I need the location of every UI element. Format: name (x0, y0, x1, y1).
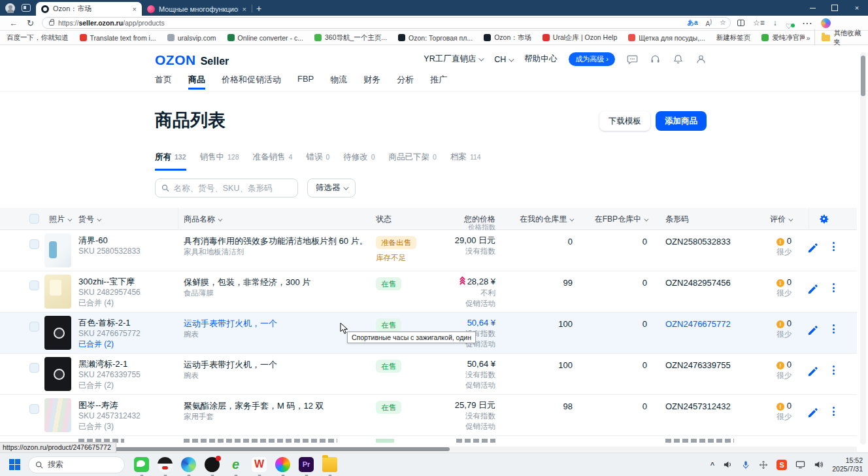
product-name[interactable]: 运动手表带打火机，一个 (184, 359, 277, 370)
minimize-button[interactable] (801, 0, 824, 16)
taskbar-edge-icon[interactable] (181, 457, 196, 472)
tab-actions-icon[interactable] (22, 4, 31, 12)
product-image[interactable] (44, 398, 71, 432)
product-image[interactable] (44, 233, 71, 267)
account-icon[interactable] (695, 54, 707, 65)
copilot-icon[interactable] (821, 18, 831, 28)
premium-badge[interactable]: 成为高级 › (569, 52, 615, 66)
downloads-icon[interactable]: ↓ (773, 18, 777, 27)
taskbar-music-icon[interactable] (205, 457, 220, 472)
filter-tab[interactable]: 销售中128 (200, 152, 239, 171)
favorites-hub-icon[interactable]: ☆≡ (753, 18, 765, 27)
filter-tab[interactable]: 商品已下架0 (389, 152, 437, 171)
article-number[interactable]: 百色-首标-2-1 (78, 318, 141, 328)
taskbar-wechat-icon[interactable] (134, 457, 149, 472)
volume-icon[interactable] (723, 460, 733, 469)
edit-button[interactable] (807, 408, 818, 418)
select-all-checkbox[interactable] (29, 214, 39, 224)
nav-item-2[interactable]: 商品 (188, 74, 205, 90)
merged-link[interactable]: 已合并 (2) (78, 380, 141, 390)
nav-item-3[interactable]: 价格和促销活动 (222, 74, 281, 90)
product-search[interactable] (155, 178, 298, 197)
row-menu-button[interactable] (833, 407, 835, 416)
tray-expand-icon[interactable]: ^ (710, 461, 714, 469)
product-image[interactable] (44, 357, 71, 391)
product-image[interactable] (44, 316, 71, 350)
row-menu-button[interactable] (833, 324, 835, 333)
favorite-star-icon[interactable]: ☆ (720, 18, 726, 27)
row-checkbox[interactable] (29, 404, 39, 414)
input-method-icon[interactable] (759, 460, 768, 469)
nav-item-1[interactable]: 首页 (155, 74, 172, 90)
bookmark-item[interactable]: 百度一下，你就知道 (7, 33, 69, 42)
filters-button[interactable]: 筛选器 (307, 178, 356, 197)
nav-item-5[interactable]: 物流 (330, 74, 347, 90)
taskbar-explorer-icon[interactable] (322, 457, 337, 472)
col-name[interactable]: 商品名称 (184, 214, 221, 225)
taskbar-premiere-icon[interactable]: Pr (299, 457, 314, 472)
support-headset-icon[interactable] (650, 54, 661, 65)
bookmark-item[interactable]: 360导航_一个主页... (314, 33, 387, 42)
nav-item-4[interactable]: FBP (297, 74, 314, 90)
taskbar-search[interactable]: 搜索 (28, 456, 125, 473)
microphone-icon[interactable] (741, 460, 750, 469)
close-button[interactable]: × (846, 0, 868, 16)
product-name[interactable]: 保鲜膜，包装，非常经济，300 片 (184, 277, 310, 288)
store-selector[interactable]: YR工厂直销店 (424, 54, 482, 65)
col-fbp-warehouse[interactable]: 在FBP仓库中 (595, 214, 647, 225)
other-bookmarks[interactable]: 其他收藏夹 (814, 29, 868, 47)
filter-tab[interactable]: 错误0 (306, 152, 329, 171)
browser-tab-active[interactable]: Ozon：市场 × (36, 2, 142, 16)
browser-essentials-icon[interactable] (786, 20, 793, 27)
article-number[interactable]: 图岑--寿涛 (78, 400, 141, 411)
display-icon[interactable] (795, 460, 805, 469)
bookmark-item[interactable]: Ozon: Торговая пл... (398, 34, 473, 42)
barcode-value[interactable]: OZN2476675772 (665, 319, 731, 329)
nav-item-7[interactable]: 分析 (397, 74, 414, 90)
nav-item-8[interactable]: 推广 (430, 74, 447, 90)
taskbar-qq-icon[interactable] (158, 457, 173, 472)
read-aloud-icon[interactable]: A) (706, 18, 712, 27)
language-selector[interactable]: CH (494, 55, 512, 64)
start-button[interactable] (9, 459, 20, 470)
merged-link[interactable]: 已合并 (3) (78, 421, 141, 432)
taskbar-browser-icon[interactable] (275, 457, 290, 472)
download-template-button[interactable]: 下载模板 (599, 111, 650, 131)
filter-tab[interactable]: 所有132 (155, 152, 186, 171)
product-name[interactable]: 运动手表带打火机，一个 (184, 318, 277, 329)
lock-icon[interactable] (49, 21, 54, 26)
article-number[interactable]: 清界-60 (78, 235, 141, 246)
product-image[interactable] (44, 275, 71, 309)
merged-link[interactable]: 已合并 (4) (78, 298, 141, 308)
browser-profile-icon[interactable] (5, 3, 15, 13)
notifications-bell-icon[interactable] (673, 54, 684, 65)
bookmarks-overflow-icon[interactable]: » (806, 34, 810, 42)
add-product-button[interactable]: 添加商品 (656, 111, 707, 131)
col-photo[interactable]: 照片 (49, 214, 71, 225)
edit-button[interactable] (807, 284, 818, 295)
taskbar-wps-icon[interactable]: W (252, 457, 267, 472)
row-menu-button[interactable] (833, 366, 835, 375)
row-checkbox[interactable] (29, 280, 39, 290)
help-center-link[interactable]: 帮助中心 (524, 54, 557, 65)
back-icon[interactable]: ← (9, 18, 18, 28)
filter-tab[interactable]: 待修改0 (343, 152, 375, 171)
row-checkbox[interactable] (29, 363, 39, 373)
barcode-value[interactable]: OZN2482957456 (665, 278, 731, 288)
refresh-icon[interactable]: ↻ (27, 18, 34, 28)
search-input[interactable] (174, 184, 292, 193)
col-rating[interactable]: 评价 (770, 214, 792, 225)
volume2-icon[interactable] (814, 460, 824, 469)
article-number[interactable]: 黑濑湾标-2-1 (78, 359, 141, 369)
filter-tab[interactable]: 准备销售4 (253, 152, 293, 171)
product-name[interactable]: 具有消毒作用的强效多功能清洁地板片剂 60 片。 (184, 235, 368, 246)
taskbar-ie-icon[interactable]: e (228, 457, 243, 472)
split-screen-icon[interactable] (737, 20, 744, 26)
new-tab-button[interactable]: + (256, 3, 261, 14)
browser-tab-inactive[interactable]: Мощные многофункциональнь × (142, 2, 252, 16)
bookmark-item[interactable]: 爱纯净官网 (761, 33, 805, 42)
product-name[interactable]: 聚氨酯涂层，家务手套，M 码，12 双 (184, 400, 324, 411)
chat-icon[interactable] (627, 54, 638, 65)
settings-more-icon[interactable]: ⋯ (802, 17, 812, 29)
address-bar[interactable]: https://seller.ozon.ru/app/products あa A… (42, 17, 731, 29)
